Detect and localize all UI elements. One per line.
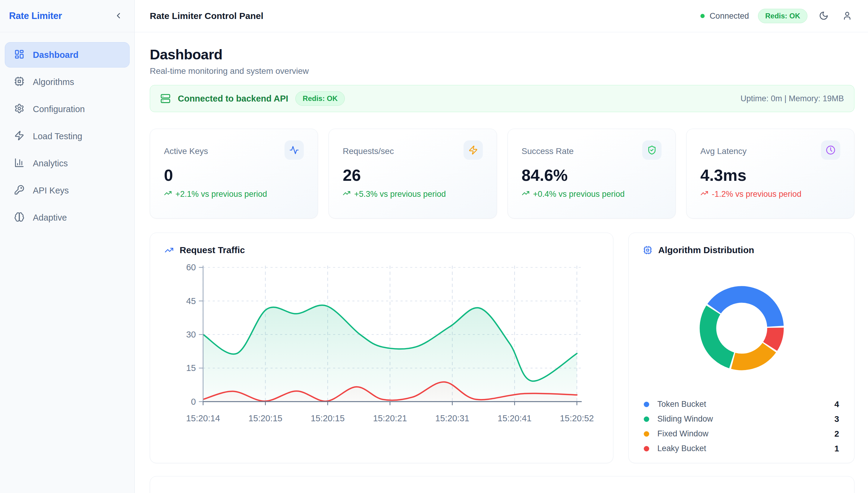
zap-icon — [14, 130, 24, 141]
app-title: Rate Limiter Control Panel — [150, 11, 263, 21]
legend-label: Fixed Window — [657, 429, 709, 438]
stat-card-avg-latency: Avg Latency 4.3ms -1.2% vs previous peri… — [686, 129, 854, 218]
svg-text:15:20:31: 15:20:31 — [435, 413, 469, 423]
sidebar-collapse-button[interactable] — [113, 10, 124, 22]
stat-label: Success Rate — [522, 147, 574, 156]
stat-delta: -1.2% vs previous period — [700, 189, 840, 199]
moon-icon — [819, 11, 828, 21]
stat-label: Avg Latency — [700, 147, 747, 156]
page-title: Dashboard — [150, 46, 854, 63]
stat-card-top: Avg Latency — [700, 141, 840, 160]
brain-icon — [14, 212, 24, 222]
sidebar-item-algorithms[interactable]: Algorithms — [5, 69, 130, 94]
dashboard-grid-icon — [14, 49, 24, 59]
stat-value: 4.3ms — [700, 167, 840, 183]
legend-label: Leaky Bucket — [657, 444, 706, 453]
trending-up-icon — [700, 189, 708, 199]
stat-value: 0 — [164, 167, 304, 183]
svg-text:0: 0 — [191, 397, 196, 407]
trending-up-icon — [343, 189, 350, 199]
request-traffic-card: Request Traffic 01530456015:20:1415:20:1… — [150, 233, 613, 463]
donut-legend: Token Bucket 4 Sliding Window 3 Fixed Wi… — [643, 397, 840, 456]
key-icon — [14, 185, 24, 195]
cpu-icon — [14, 76, 24, 88]
sidebar-item-api-keys[interactable]: API Keys — [5, 178, 130, 203]
trending-up-icon — [165, 245, 174, 255]
sidebar-item-label: Configuration — [33, 104, 85, 114]
zap-icon — [14, 130, 24, 142]
request-traffic-chart: 01530456015:20:1415:20:1515:20:1515:20:2… — [165, 260, 599, 438]
legend-value: 3 — [834, 414, 839, 424]
stat-delta-text: +0.4% vs previous period — [533, 190, 625, 199]
trending-up-icon — [522, 189, 529, 199]
stat-delta-text: +5.3% vs previous period — [354, 190, 446, 199]
status-text: Connected — [710, 12, 749, 21]
stat-icon-chip — [821, 141, 840, 160]
dashboard-grid-icon — [14, 49, 24, 61]
legend-dot — [644, 416, 649, 422]
stat-card-success-rate: Success Rate 84.6% +0.4% vs previous per… — [507, 129, 676, 218]
chevron-left-icon — [114, 11, 123, 20]
legend-value: 1 — [834, 444, 839, 453]
bar-chart-icon — [14, 157, 24, 168]
gear-icon — [14, 103, 24, 114]
banner-left: Connected to backend API Redis: OK — [160, 91, 345, 106]
sidebar: Rate Limiter Dashboard Algorithms Config… — [0, 0, 135, 493]
banner-redis-badge: Redis: OK — [295, 91, 345, 106]
request-traffic-title-row: Request Traffic — [165, 245, 599, 255]
user-menu-button[interactable] — [840, 8, 854, 24]
legend-value: 4 — [834, 400, 839, 409]
chart-series — [203, 305, 577, 402]
sidebar-item-label: Dashboard — [33, 50, 78, 60]
topbar-actions: Connected Redis: OK — [700, 8, 854, 24]
cpu-icon — [643, 245, 652, 255]
legend-row-leaky-bucket: Leaky Bucket 1 — [644, 441, 839, 456]
svg-text:15:20:15: 15:20:15 — [248, 413, 282, 423]
donut-segment-token-bucket — [714, 295, 776, 326]
stat-icon-chip — [284, 141, 304, 160]
trending-up-icon — [164, 189, 172, 199]
charts-row: Request Traffic 01530456015:20:1415:20:1… — [150, 233, 854, 463]
legend-label: Sliding Window — [657, 414, 713, 424]
topbar: Rate Limiter Control Panel Connected Red… — [135, 0, 868, 32]
sidebar-item-label: API Keys — [33, 186, 69, 196]
trending-up-icon — [165, 245, 174, 255]
brain-icon — [14, 212, 24, 223]
donut-segment-fixed-window — [733, 348, 769, 362]
stat-cards: Active Keys 0 +2.1% vs previous period R… — [150, 129, 854, 218]
theme-toggle-button[interactable] — [817, 8, 831, 24]
bar-chart-icon — [14, 157, 24, 169]
donut-segment-leaky-bucket — [770, 328, 776, 346]
stat-card-top: Success Rate — [522, 141, 661, 160]
sidebar-item-load-testing[interactable]: Load Testing — [5, 124, 130, 149]
legend-row-token-bucket: Token Bucket 4 — [644, 397, 839, 412]
cpu-icon — [14, 76, 24, 86]
stat-card-requests-sec: Requests/sec 26 +5.3% vs previous period — [328, 129, 497, 218]
sidebar-item-analytics[interactable]: Analytics — [5, 151, 130, 176]
next-section-card — [150, 476, 854, 493]
legend-dot — [644, 446, 649, 451]
clock-icon — [826, 145, 836, 155]
svg-text:45: 45 — [186, 296, 196, 306]
svg-text:15:20:21: 15:20:21 — [373, 413, 407, 423]
chevron-left-icon — [114, 11, 123, 21]
stat-card-top: Active Keys — [164, 141, 304, 160]
sidebar-item-configuration[interactable]: Configuration — [5, 97, 130, 122]
sidebar-nav: Dashboard Algorithms Configuration Load … — [0, 32, 134, 240]
sidebar-item-dashboard[interactable]: Dashboard — [5, 42, 130, 67]
stat-label: Active Keys — [164, 147, 208, 156]
sidebar-item-adaptive[interactable]: Adaptive — [5, 205, 130, 230]
svg-text:15:20:14: 15:20:14 — [186, 413, 220, 423]
svg-text:15:20:52: 15:20:52 — [560, 413, 594, 423]
sidebar-header: Rate Limiter — [0, 0, 134, 32]
donut-segment-sliding-window — [708, 310, 732, 360]
trending-up-icon — [700, 189, 708, 197]
stat-delta: +0.4% vs previous period — [522, 189, 661, 199]
sidebar-item-label: Adaptive — [33, 213, 67, 223]
activity-icon — [289, 145, 299, 155]
algorithm-distribution-card: Algorithm Distribution Token Bucket 4 Sl… — [628, 233, 854, 463]
svg-text:30: 30 — [186, 330, 196, 339]
algorithm-distribution-title-row: Algorithm Distribution — [643, 245, 840, 255]
svg-text:15:20:41: 15:20:41 — [498, 413, 531, 423]
legend-label: Token Bucket — [657, 400, 706, 409]
